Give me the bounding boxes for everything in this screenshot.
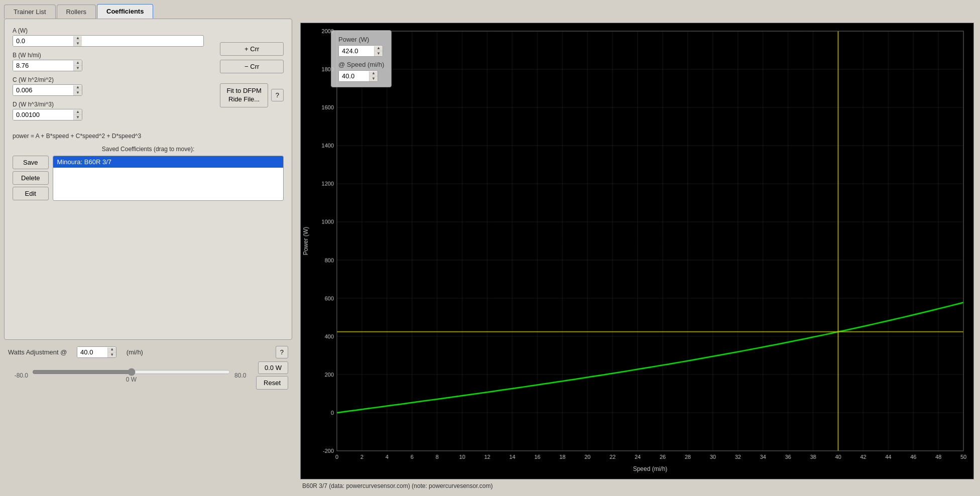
tab-rollers[interactable]: Rollers <box>57 5 96 19</box>
c-label: C (W h^2/mi^2) <box>13 76 204 83</box>
a-spinner[interactable]: ▲ ▼ <box>13 35 204 47</box>
chart-footer: B60R 3/7 (data: powercurvesensor.com) (n… <box>300 479 974 492</box>
overlay-speed-decrement[interactable]: ▼ <box>370 76 378 81</box>
edit-button[interactable]: Edit <box>13 187 49 200</box>
chart-overlay: Power (W) ▲ ▼ @ Speed (mi/h) ▲ ▼ <box>331 30 392 87</box>
saved-item-minoura[interactable]: Minoura: B60R 3/7 <box>53 156 283 168</box>
saved-section: Saved Coefficients (drag to move): Save … <box>13 146 284 201</box>
a-field-group: A (W) ▲ ▼ <box>13 27 204 47</box>
d-field-group: D (W h^3/mi^3) ▲ ▼ <box>13 101 204 120</box>
a-input[interactable] <box>13 36 73 46</box>
c-spinner[interactable]: ▲ ▼ <box>13 84 82 96</box>
watts-right-col: 0.0 W Reset <box>256 361 288 390</box>
formula-text: power = A + B*speed + C*speed^2 + D*spee… <box>13 133 284 140</box>
d-spinner[interactable]: ▲ ▼ <box>13 109 82 120</box>
watts-value-badge: 0.0 W <box>258 361 288 374</box>
reset-button[interactable]: Reset <box>256 376 288 390</box>
c-input[interactable] <box>13 85 73 95</box>
fit-help-button[interactable]: ? <box>271 89 284 101</box>
crr-minus-button[interactable]: − Crr <box>220 60 284 73</box>
fit-row: Fit to DFPMRide File... ? <box>220 83 284 107</box>
watts-speed-decrement[interactable]: ▼ <box>108 352 116 357</box>
c-field-row: ▲ ▼ <box>13 84 204 96</box>
b-input[interactable] <box>13 60 73 71</box>
d-spinner-btns: ▲ ▼ <box>73 110 82 120</box>
saved-btns: Save Delete Edit <box>13 156 49 201</box>
fields-col: A (W) ▲ ▼ B (W h/mi) <box>13 27 204 126</box>
overlay-power-decrement[interactable]: ▼ <box>375 51 383 56</box>
main-area: A (W) ▲ ▼ B (W h/mi) <box>0 19 980 496</box>
d-label: D (W h^3/mi^3) <box>13 101 204 108</box>
chart-container: Power (W) ▲ ▼ @ Speed (mi/h) ▲ ▼ <box>300 23 974 479</box>
watts-label: Watts Adjustment @ <box>8 348 67 356</box>
d-decrement[interactable]: ▼ <box>74 115 82 120</box>
b-field-group: B (W h/mi) ▲ ▼ <box>13 52 204 71</box>
power-chart <box>301 23 973 479</box>
slider-area: -80.0 0 W 80.0 0.0 W Reset <box>8 361 288 390</box>
slider-center-label: 0 W <box>126 376 137 383</box>
watts-speed-increment[interactable]: ▲ <box>108 347 116 352</box>
left-panel: A (W) ▲ ▼ B (W h/mi) <box>0 19 296 496</box>
b-spinner[interactable]: ▲ ▼ <box>13 60 82 71</box>
c-increment[interactable]: ▲ <box>74 85 82 90</box>
overlay-power-input[interactable] <box>339 46 374 56</box>
fields-and-crr: A (W) ▲ ▼ B (W h/mi) <box>13 27 284 126</box>
saved-row: Save Delete Edit Minoura: B60R 3/7 <box>13 156 284 201</box>
watts-help-button[interactable]: ? <box>276 346 288 358</box>
b-decrement[interactable]: ▼ <box>74 66 82 71</box>
b-increment[interactable]: ▲ <box>74 61 82 66</box>
footer-text: B60R 3/7 (data: powercurvesensor.com) (n… <box>302 482 493 489</box>
overlay-power-spinner[interactable]: ▲ ▼ <box>338 45 383 57</box>
b-spinner-btns: ▲ ▼ <box>73 61 82 71</box>
fit-dfpm-button[interactable]: Fit to DFPMRide File... <box>220 83 268 107</box>
d-field-row: ▲ ▼ <box>13 109 204 120</box>
slider-col: 0 W <box>32 368 230 383</box>
slider-max-label: 80.0 <box>234 372 252 379</box>
tab-trainer-list[interactable]: Trainer List <box>4 5 56 19</box>
crr-plus-button[interactable]: + Crr <box>220 42 284 56</box>
coefficients-box: A (W) ▲ ▼ B (W h/mi) <box>4 19 292 340</box>
crr-col: + Crr − Crr Fit to DFPMRide File... ? <box>220 27 284 126</box>
watts-slider[interactable] <box>32 368 230 376</box>
b-label: B (W h/mi) <box>13 52 204 59</box>
d-input[interactable] <box>13 109 73 120</box>
watts-section: Watts Adjustment @ ▲ ▼ (mi/h) ? -80.0 <box>4 340 292 394</box>
a-label: A (W) <box>13 27 204 34</box>
delete-button[interactable]: Delete <box>13 171 49 185</box>
a-spinner-btns: ▲ ▼ <box>73 36 82 46</box>
c-spinner-btns: ▲ ▼ <box>73 85 82 95</box>
watts-top-area: Watts Adjustment @ ▲ ▼ (mi/h) ? <box>8 346 288 358</box>
overlay-speed-spinner-btns: ▲ ▼ <box>369 71 378 81</box>
overlay-power-increment[interactable]: ▲ <box>375 46 383 51</box>
overlay-speed-input[interactable] <box>339 71 369 81</box>
b-field-row: ▲ ▼ <box>13 60 204 71</box>
c-field-group: C (W h^2/mi^2) ▲ ▼ <box>13 76 204 96</box>
watts-speed-input[interactable] <box>77 347 107 357</box>
a-increment[interactable]: ▲ <box>74 36 82 41</box>
overlay-power-spinner-btns: ▲ ▼ <box>374 46 383 56</box>
a-decrement[interactable]: ▼ <box>74 41 82 46</box>
right-panel: Power (W) ▲ ▼ @ Speed (mi/h) ▲ ▼ <box>296 19 980 496</box>
overlay-speed-increment[interactable]: ▲ <box>370 71 378 76</box>
overlay-speed-label: @ Speed (mi/h) <box>338 61 384 68</box>
watts-speed-spinner[interactable]: ▲ ▼ <box>77 346 116 358</box>
tab-bar: Trainer List Rollers Coefficients <box>0 0 980 19</box>
save-button[interactable]: Save <box>13 156 49 169</box>
watts-unit: (mi/h) <box>127 348 143 356</box>
saved-label: Saved Coefficients (drag to move): <box>13 146 284 153</box>
slider-min-label: -80.0 <box>8 372 28 379</box>
d-increment[interactable]: ▲ <box>74 110 82 115</box>
overlay-speed-spinner[interactable]: ▲ ▼ <box>338 70 378 82</box>
saved-list[interactable]: Minoura: B60R 3/7 <box>53 156 284 201</box>
c-decrement[interactable]: ▼ <box>74 90 82 95</box>
overlay-power-label: Power (W) <box>338 36 384 43</box>
watts-top-row: Watts Adjustment @ ▲ ▼ (mi/h) <box>8 346 272 358</box>
watts-speed-spinner-btns: ▲ ▼ <box>107 347 116 357</box>
tab-coefficients[interactable]: Coefficients <box>97 4 153 19</box>
